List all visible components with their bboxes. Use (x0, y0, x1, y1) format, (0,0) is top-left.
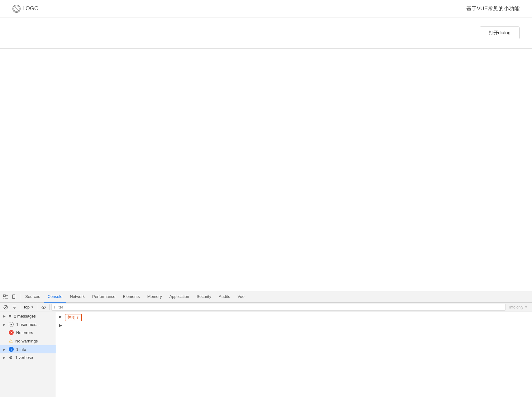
tab-vue[interactable]: Vue (234, 291, 248, 303)
user-icon: ● (9, 322, 14, 327)
expand-user-icon: ▶ (3, 323, 6, 326)
expand-warnings-icon: ▶ (3, 339, 6, 343)
svg-line-11 (4, 306, 7, 309)
context-selector[interactable]: top ▼ (22, 304, 36, 311)
sidebar-item-warnings[interactable]: ▶ ⚠ No warnings (0, 337, 56, 345)
tab-memory[interactable]: Memory (144, 291, 166, 303)
console-arrow-icon[interactable]: ▶ (59, 323, 62, 328)
expand-errors-icon: ▶ (3, 331, 6, 334)
sidebar-item-errors[interactable]: ▶ ✕ No errors (0, 328, 56, 337)
user-messages-label: 1 user mes... (16, 322, 40, 327)
devtools-panel: Sources Console Network Performance Elem… (0, 291, 532, 397)
tab-performance[interactable]: Performance (88, 291, 119, 303)
toolbar-divider-3 (49, 304, 50, 310)
tab-divider-1 (20, 294, 20, 300)
sidebar-item-messages[interactable]: ▶ ≡ 2 messages (0, 312, 56, 320)
messages-label: 2 messages (14, 314, 36, 318)
tab-sources[interactable]: Sources (21, 291, 44, 303)
expand-messages-icon: ▶ (3, 314, 6, 318)
error-icon: ✕ (9, 330, 14, 335)
sidebar-item-info[interactable]: ▶ i 1 info (0, 345, 56, 353)
tab-security[interactable]: Security (193, 291, 215, 303)
info-only-label: Info only (509, 305, 523, 309)
svg-point-16 (43, 307, 44, 308)
clear-console-icon[interactable] (2, 304, 9, 311)
info-label: 1 info (16, 347, 26, 352)
tab-console[interactable]: Console (44, 291, 66, 303)
devtools-tabs-bar: Sources Console Network Performance Elem… (0, 291, 532, 303)
info-only-chevron-icon: ▼ (525, 305, 528, 309)
console-output: ▶ 关闭了 ▶ (56, 312, 532, 397)
context-value: top (24, 305, 30, 309)
logo-text: LOGO (22, 5, 39, 12)
console-message-1: ▶ 关闭了 (56, 313, 532, 322)
filter-icon[interactable] (11, 304, 18, 311)
message-text-1: 关闭了 (64, 314, 82, 321)
devtools-toolbar: top ▼ Info only ▼ (0, 303, 532, 312)
tab-audits[interactable]: Audits (215, 291, 234, 303)
console-sidebar: ▶ ≡ 2 messages ▶ ● 1 user mes... ▶ ✕ No … (0, 312, 56, 397)
tab-elements[interactable]: Elements (119, 291, 144, 303)
devtools-inspect-icon[interactable] (1, 293, 10, 301)
context-dropdown-icon: ▼ (31, 305, 34, 309)
nav-title: 基于VUE常见的小功能 (466, 5, 520, 12)
svg-line-1 (15, 7, 18, 11)
info-only-button[interactable]: Info only ▼ (507, 304, 530, 310)
logo-area: LOGO (12, 5, 39, 13)
sidebar-item-verbose[interactable]: ▶ ⚙ 1 verbose (0, 353, 56, 361)
sidebar-item-user-messages[interactable]: ▶ ● 1 user mes... (0, 320, 56, 328)
svg-rect-2 (3, 295, 5, 297)
warnings-label: No warnings (15, 339, 38, 343)
expand-info-icon: ▶ (3, 348, 6, 351)
toolbar-divider-2 (38, 304, 38, 310)
errors-label: No errors (16, 330, 33, 335)
tab-application[interactable]: Application (166, 291, 193, 303)
toolbar-divider-1 (20, 304, 20, 310)
main-content: 打开dialog (0, 17, 532, 291)
eye-icon[interactable] (40, 304, 47, 311)
logo-icon (12, 5, 21, 13)
verbose-icon: ⚙ (9, 355, 13, 360)
messages-list-icon: ≡ (9, 313, 12, 319)
verbose-label: 1 verbose (15, 355, 33, 360)
devtools-device-icon[interactable] (10, 293, 19, 301)
top-nav: LOGO 基于VUE常见的小功能 (0, 0, 532, 17)
svg-rect-6 (12, 295, 15, 299)
content-card: 打开dialog (0, 17, 532, 49)
open-dialog-button[interactable]: 打开dialog (480, 26, 520, 39)
devtools-body: ▶ ≡ 2 messages ▶ ● 1 user mes... ▶ ✕ No … (0, 312, 532, 397)
tab-network[interactable]: Network (66, 291, 88, 303)
expand-verbose-icon: ▶ (3, 356, 6, 359)
console-arrow-row: ▶ (56, 322, 532, 328)
closed-badge: 关闭了 (65, 314, 82, 321)
warning-icon: ⚠ (9, 338, 13, 344)
filter-input[interactable] (51, 304, 506, 311)
info-icon: i (9, 347, 14, 352)
message-expand-icon[interactable]: ▶ (59, 315, 62, 319)
